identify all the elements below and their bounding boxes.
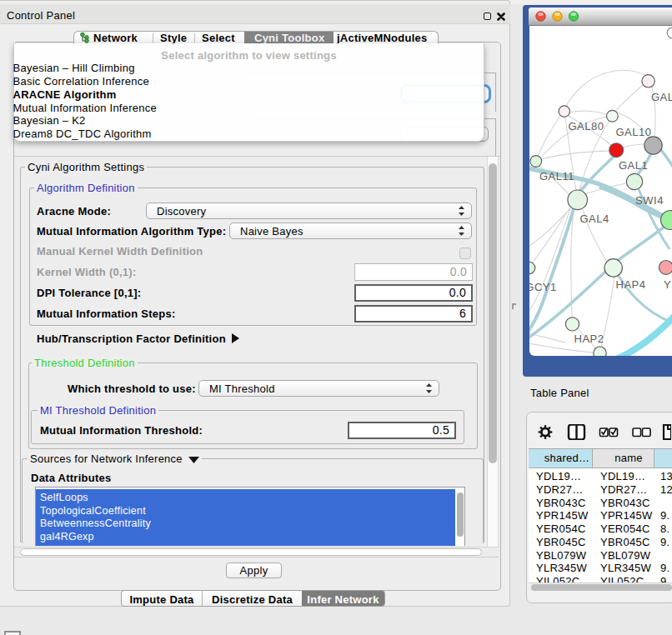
svg-text:GAL4: GAL4: [579, 212, 609, 225]
svg-text:Y: Y: [664, 278, 671, 291]
svg-text:GAL80: GAL80: [569, 120, 604, 132]
svg-text:HAP2: HAP2: [574, 332, 604, 345]
svg-text:GAL11: GAL11: [539, 170, 574, 182]
svg-text:SWI4: SWI4: [635, 194, 664, 207]
svg-text:GCY1: GCY1: [529, 281, 557, 293]
svg-text:GAL10: GAL10: [616, 126, 652, 138]
svg-text:GAL1: GAL1: [619, 159, 648, 172]
svg-text:HAP4: HAP4: [616, 278, 646, 291]
svg-text:GAL7: GAL7: [651, 91, 672, 103]
